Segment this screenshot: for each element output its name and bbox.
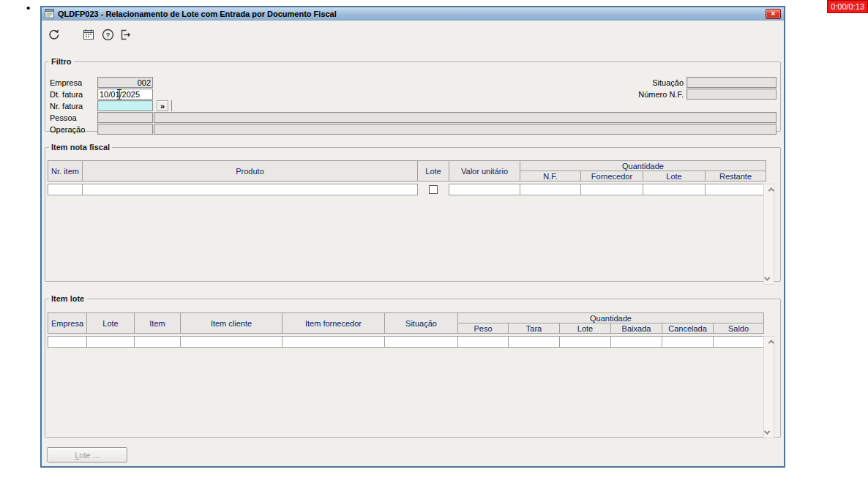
item-nota-fiscal-group: Item nota fiscal Nr. item Produto Lote V… bbox=[45, 143, 781, 282]
col-header-nf: N.F. bbox=[520, 171, 581, 181]
cell-produto[interactable] bbox=[82, 184, 418, 195]
cell-nf[interactable] bbox=[520, 184, 581, 195]
list-bullet: • bbox=[26, 1, 30, 14]
scroll-up-button[interactable] bbox=[764, 337, 774, 347]
col-header-lote: Lote bbox=[417, 160, 449, 181]
empresa-label: Empresa bbox=[50, 78, 82, 87]
app-window: QLDFP023 - Relacionamento de Lote com En… bbox=[40, 6, 785, 468]
window-title: QLDFP023 - Relacionamento de Lote com En… bbox=[58, 10, 337, 18]
timer-badge: 0:00/0:13 bbox=[827, 0, 868, 13]
nr-fatura-field[interactable] bbox=[97, 100, 153, 111]
pessoa-label: Pessoa bbox=[50, 113, 77, 122]
lote-button[interactable]: Lote ... bbox=[47, 447, 127, 463]
lote-button-label: ote ... bbox=[79, 451, 100, 460]
col-header-produto: Produto bbox=[82, 160, 418, 181]
field-separator bbox=[171, 100, 172, 111]
inf-table-row[interactable] bbox=[48, 184, 766, 195]
col-header-lote: Lote bbox=[86, 312, 135, 334]
cell-item[interactable] bbox=[134, 336, 181, 348]
refresh-icon bbox=[48, 29, 60, 41]
scroll-down-button[interactable] bbox=[764, 427, 774, 438]
scroll-down-button[interactable] bbox=[764, 274, 774, 284]
exit-icon bbox=[119, 29, 132, 41]
chevron-down-icon bbox=[763, 428, 769, 434]
numero-nf-label: Número N.F. bbox=[537, 90, 684, 99]
cell-qt-lote[interactable] bbox=[559, 336, 611, 348]
dt-fatura-field[interactable] bbox=[97, 89, 153, 100]
text-cursor-icon bbox=[116, 89, 123, 103]
col-header-situacao: Situação bbox=[384, 312, 458, 334]
inf-grid-header: Nr. item Produto Lote Valor unitário Qua… bbox=[48, 160, 766, 181]
col-header-restante: Restante bbox=[705, 171, 766, 181]
col-header-valor-unitario: Valor unitário bbox=[449, 160, 520, 181]
nr-fatura-lookup-button[interactable]: » bbox=[157, 100, 168, 111]
il-grid-header: Empresa Lote Item Item cliente Item forn… bbox=[48, 312, 764, 334]
col-header-item: Item bbox=[134, 312, 181, 334]
refresh-button[interactable] bbox=[45, 26, 61, 42]
col-header-qt-lote: Lote bbox=[643, 171, 706, 181]
exit-button[interactable] bbox=[117, 26, 133, 42]
help-button[interactable]: ? bbox=[100, 26, 116, 42]
col-header-fornecedor: Fornecedor bbox=[580, 171, 643, 181]
cell-empresa[interactable] bbox=[48, 336, 87, 348]
col-header-nr-item: Nr. item bbox=[48, 160, 83, 181]
cell-restante[interactable] bbox=[705, 184, 766, 195]
operacao-label: Operação bbox=[50, 125, 85, 134]
operacao-field[interactable] bbox=[97, 124, 153, 135]
dt-fatura-label: Dt. fatura bbox=[50, 90, 83, 99]
close-icon: × bbox=[771, 10, 776, 18]
cell-nr-item[interactable] bbox=[48, 184, 83, 195]
calendar-button[interactable] bbox=[81, 26, 97, 42]
quantidade-group-header: Quantidade N.F. Fornecedor Lote Restante bbox=[520, 160, 766, 181]
calendar-icon bbox=[83, 29, 94, 40]
cell-fornecedor[interactable] bbox=[580, 184, 643, 195]
col-header-item-cliente: Item cliente bbox=[180, 312, 283, 334]
cell-item-cliente[interactable] bbox=[180, 336, 283, 348]
col-header-saldo: Saldo bbox=[713, 323, 764, 334]
cell-saldo[interactable] bbox=[713, 336, 764, 348]
pessoa-description-field bbox=[154, 112, 777, 123]
empresa-field[interactable] bbox=[97, 77, 153, 88]
item-lote-group: Item lote Empresa Lote Item Item cliente… bbox=[45, 294, 781, 438]
operacao-description-field bbox=[154, 124, 777, 135]
cell-lote[interactable] bbox=[86, 336, 135, 348]
cell-valor-unitario[interactable] bbox=[449, 184, 520, 195]
il-table-row[interactable] bbox=[48, 336, 764, 348]
cell-tara[interactable] bbox=[508, 336, 560, 348]
scroll-up-button[interactable] bbox=[764, 184, 774, 195]
close-button[interactable]: × bbox=[766, 9, 781, 19]
item-nota-fiscal-legend: Item nota fiscal bbox=[49, 143, 112, 151]
cell-item-fornecedor[interactable] bbox=[282, 336, 385, 348]
il-scrollbar[interactable] bbox=[763, 336, 774, 438]
lote-checkbox[interactable] bbox=[429, 185, 438, 194]
col-header-tara: Tara bbox=[508, 323, 560, 334]
col-header-baixada: Baixada bbox=[610, 323, 662, 334]
chevron-up-icon bbox=[768, 340, 774, 345]
app-icon bbox=[45, 9, 54, 18]
col-header-qt-lote: Lote bbox=[559, 323, 611, 334]
col-header-cancelada: Cancelada bbox=[662, 323, 714, 334]
filtro-group: Filtro Empresa Dt. fatura Nr. fatura Pes… bbox=[45, 57, 781, 132]
quantidade-header: Quantidade bbox=[457, 312, 764, 323]
svg-text:?: ? bbox=[105, 31, 110, 39]
pessoa-field[interactable] bbox=[97, 112, 153, 123]
chevron-up-icon bbox=[768, 187, 774, 193]
cell-baixada[interactable] bbox=[610, 336, 662, 348]
numero-nf-field bbox=[686, 89, 777, 100]
cell-peso[interactable] bbox=[457, 336, 509, 348]
situacao-field bbox=[686, 77, 777, 88]
col-header-item-fornecedor: Item fornecedor bbox=[282, 312, 385, 334]
quantidade-group-header: Quantidade Peso Tara Lote Baixada Cancel… bbox=[457, 312, 764, 334]
cell-qt-lote[interactable] bbox=[643, 184, 706, 195]
inf-scrollbar[interactable] bbox=[763, 184, 774, 285]
quantidade-header: Quantidade bbox=[520, 160, 766, 171]
item-lote-legend: Item lote bbox=[49, 294, 86, 303]
cell-cancelada[interactable] bbox=[662, 336, 714, 348]
chevron-down-icon bbox=[763, 274, 769, 280]
cell-situacao[interactable] bbox=[384, 336, 458, 348]
col-header-peso: Peso bbox=[457, 323, 509, 334]
col-header-empresa: Empresa bbox=[48, 312, 87, 334]
situacao-label: Situação bbox=[537, 78, 684, 87]
titlebar[interactable]: QLDFP023 - Relacionamento de Lote com En… bbox=[42, 7, 784, 20]
cell-lote-checkbox bbox=[417, 184, 449, 195]
